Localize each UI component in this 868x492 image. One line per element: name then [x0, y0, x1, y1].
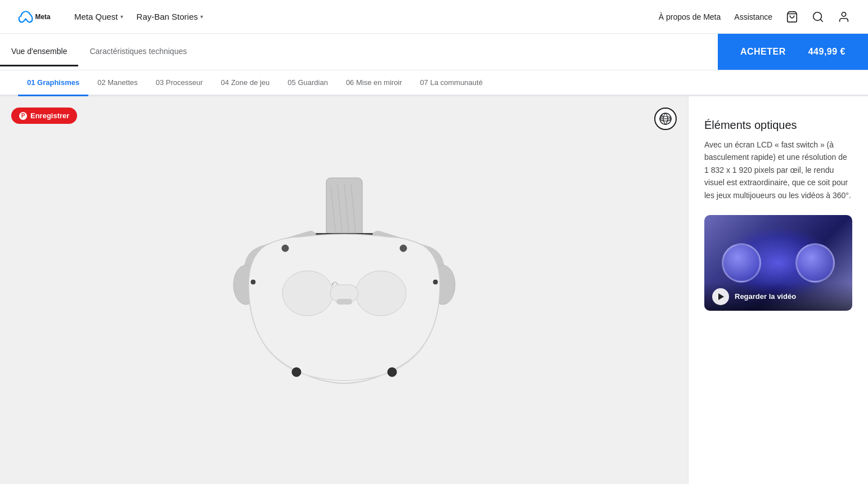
- play-overlay: Regarder la vidéo: [704, 283, 852, 311]
- svg-point-19: [251, 280, 255, 284]
- optical-title: Éléments optiques: [704, 119, 852, 132]
- section-tabs: 01 Graphismes 02 Manettes 03 Processeur …: [0, 70, 868, 96]
- tab-zone-jeu[interactable]: 04 Zone de jeu: [212, 70, 279, 96]
- tab-guardian[interactable]: 05 Guardian: [278, 70, 337, 96]
- nav-left: Meta Meta Quest ▾ Ray-Ban Stories ▾: [18, 10, 203, 24]
- tab-graphismes[interactable]: 01 Graphismes: [18, 70, 88, 96]
- search-icon[interactable]: [812, 11, 824, 23]
- tab-vue-ensemble[interactable]: Vue d'ensemble: [0, 38, 78, 66]
- right-panel: Éléments optiques Avec un écran LCD « fa…: [688, 96, 868, 484]
- tab-miroir[interactable]: 06 Mise en miroir: [337, 70, 411, 96]
- svg-text:Meta: Meta: [35, 13, 51, 21]
- user-icon[interactable]: [838, 11, 850, 23]
- meta-logo[interactable]: Meta: [18, 10, 56, 24]
- sub-nav-tabs: Vue d'ensemble Caractéristiques techniqu…: [0, 38, 198, 66]
- video-lens-left: [722, 243, 761, 283]
- video-lens-right: [795, 243, 835, 283]
- 360-icon: [659, 112, 672, 126]
- sub-nav: Vue d'ensemble Caractéristiques techniqu…: [0, 34, 868, 70]
- tab-caracteristiques[interactable]: Caractéristiques techniques: [78, 38, 198, 66]
- nav-links: Meta Quest ▾ Ray-Ban Stories ▾: [74, 12, 203, 21]
- assistance-link[interactable]: Assistance: [734, 12, 772, 21]
- svg-point-17: [292, 368, 301, 377]
- nav-meta-quest[interactable]: Meta Quest ▾: [74, 12, 123, 21]
- nav-right: À propos de Meta Assistance: [659, 11, 850, 23]
- svg-point-21: [282, 271, 333, 316]
- play-triangle-icon: [718, 293, 724, 300]
- svg-point-26: [400, 245, 407, 252]
- vr-headset-image: [176, 150, 513, 431]
- bag-icon[interactable]: [786, 11, 798, 23]
- vr-headset-svg: [198, 172, 491, 409]
- tab-manettes[interactable]: 02 Manettes: [88, 70, 147, 96]
- chevron-down-icon: ▾: [200, 14, 203, 20]
- svg-rect-24: [336, 299, 352, 305]
- tab-processeur[interactable]: 03 Processeur: [147, 70, 212, 96]
- tab-communaute[interactable]: 07 La communauté: [411, 70, 492, 96]
- video-thumbnail[interactable]: Regarder la vidéo: [704, 215, 852, 311]
- top-nav: Meta Meta Quest ▾ Ray-Ban Stories ▾ À pr…: [0, 0, 868, 34]
- svg-point-22: [356, 271, 406, 316]
- svg-point-20: [433, 280, 438, 284]
- svg-point-25: [282, 245, 289, 252]
- buy-button[interactable]: ACHETER 449,99 €: [718, 34, 868, 70]
- svg-point-18: [388, 368, 397, 377]
- view360-button[interactable]: [654, 108, 677, 130]
- play-button[interactable]: [712, 288, 729, 305]
- about-meta-link[interactable]: À propos de Meta: [659, 12, 721, 21]
- optical-description: Avec un écran LCD « fast switch » (à bas…: [704, 138, 852, 202]
- save-button[interactable]: P Enregistrer: [11, 108, 77, 124]
- svg-line-3: [820, 19, 822, 21]
- pinterest-icon: P: [19, 112, 27, 120]
- main-content: P Enregistrer: [0, 96, 868, 484]
- chevron-down-icon: ▾: [120, 14, 123, 20]
- optical-section: Éléments optiques Avec un écran LCD « fa…: [704, 119, 852, 202]
- nav-rayban[interactable]: Ray-Ban Stories ▾: [137, 12, 203, 21]
- svg-point-4: [842, 12, 845, 16]
- video-label: Regarder la vidéo: [735, 292, 796, 301]
- left-panel: P Enregistrer: [0, 96, 688, 484]
